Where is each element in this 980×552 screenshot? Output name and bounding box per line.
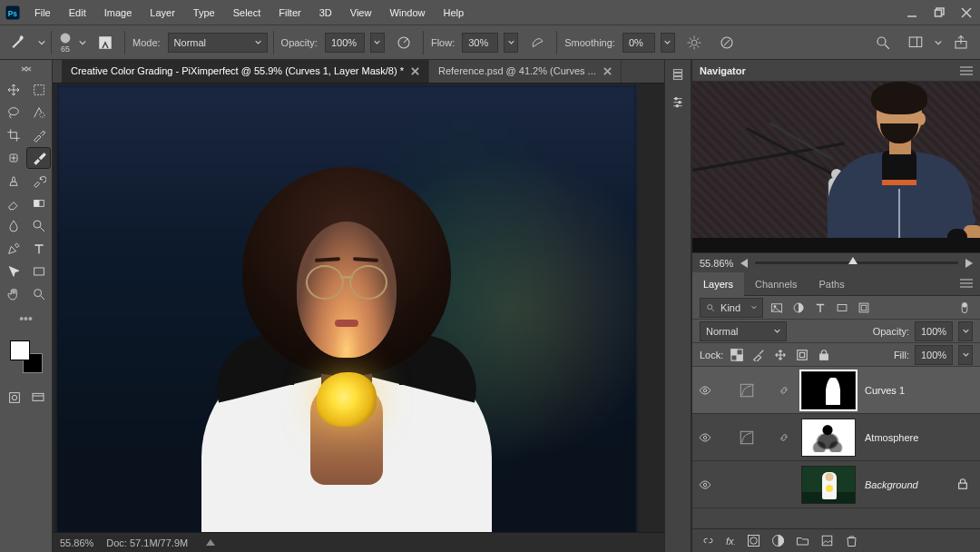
layer-row[interactable]: Background (692, 461, 980, 508)
link-layers-icon[interactable] (701, 534, 715, 547)
window-minimize-button[interactable] (898, 0, 926, 25)
airbrush-button[interactable] (524, 29, 551, 56)
blur-tool[interactable] (2, 216, 24, 236)
layer-fx-icon[interactable]: fx. (726, 536, 736, 547)
smoothing-options-button[interactable] (681, 29, 708, 56)
brush-settings-button[interactable] (92, 29, 119, 56)
opacity-dropdown[interactable] (370, 33, 385, 53)
menu-select[interactable]: Select (224, 0, 270, 25)
adjustment-icon[interactable] (727, 382, 767, 399)
lock-artboard-icon[interactable] (794, 347, 810, 363)
pressure-size-button[interactable] (713, 29, 740, 56)
filter-shape-icon[interactable] (834, 300, 850, 316)
layer-name[interactable]: Curves 1 (865, 385, 905, 396)
brush-tool[interactable] (27, 148, 50, 168)
link-icon[interactable] (776, 385, 792, 396)
layer-opacity-input[interactable]: 100% (915, 321, 953, 341)
smoothing-dropdown[interactable] (661, 33, 675, 53)
status-flyout-icon[interactable] (206, 539, 215, 546)
layer-row[interactable]: Atmosphere (692, 414, 980, 461)
lock-position-icon[interactable] (772, 347, 789, 363)
new-layer-icon[interactable] (820, 534, 834, 547)
link-icon[interactable] (776, 432, 792, 443)
color-swatches[interactable] (10, 340, 43, 373)
close-icon[interactable] (603, 67, 612, 75)
rectangle-tool[interactable] (27, 261, 50, 281)
layer-fill-dropdown[interactable] (958, 345, 973, 365)
smoothing-input[interactable]: 0% (622, 33, 655, 53)
pressure-opacity-button[interactable] (390, 29, 417, 56)
menu-file[interactable]: File (25, 0, 60, 25)
properties-panel-icon[interactable] (671, 94, 685, 109)
zoom-tool[interactable] (27, 284, 50, 304)
quick-mask-button[interactable] (5, 389, 24, 406)
path-selection-tool[interactable] (2, 261, 24, 281)
chevron-down-icon[interactable] (79, 39, 86, 46)
panel-menu-icon[interactable] (960, 279, 973, 288)
navigator-preview[interactable] (692, 82, 980, 252)
eyedropper-tool[interactable] (27, 125, 50, 145)
tab-layers[interactable]: Layers (692, 272, 744, 296)
menu-layer[interactable]: Layer (141, 0, 184, 25)
lock-all-icon[interactable] (816, 347, 832, 363)
lasso-tool[interactable] (2, 103, 24, 123)
layer-mask-thumbnail[interactable] (801, 419, 856, 457)
filter-type-icon[interactable] (812, 300, 828, 316)
filter-smartobject-icon[interactable] (856, 300, 872, 316)
menu-window[interactable]: Window (380, 0, 434, 25)
menu-help[interactable]: Help (435, 0, 474, 25)
document-tab-active[interactable]: Creative Color Grading - PiXimperfect @ … (62, 60, 429, 83)
menu-edit[interactable]: Edit (60, 0, 95, 25)
window-restore-button[interactable] (926, 0, 953, 25)
brush-preset-picker[interactable]: 65 (57, 32, 74, 54)
navigator-zoom-value[interactable]: 55.86% (700, 258, 733, 269)
visibility-toggle[interactable] (692, 384, 718, 397)
status-doc-size[interactable]: Doc: 57.1M/77.9M (106, 537, 188, 548)
document-tab-inactive[interactable]: Reference.psd @ 41.2% (Curves ... (429, 60, 622, 83)
quick-selection-tool[interactable] (27, 103, 50, 123)
type-tool[interactable] (27, 239, 50, 259)
adjustment-icon[interactable] (727, 429, 767, 446)
zoom-in-icon[interactable] (965, 259, 973, 268)
layer-fill-input[interactable]: 100% (915, 345, 953, 365)
tab-paths[interactable]: Paths (808, 272, 856, 296)
menu-type[interactable]: Type (184, 0, 224, 25)
flow-input[interactable]: 30% (462, 33, 498, 53)
layer-opacity-dropdown[interactable] (958, 321, 973, 341)
canvas-area[interactable] (53, 84, 664, 532)
layer-name[interactable]: Background (865, 479, 918, 490)
share-button[interactable] (947, 29, 975, 56)
clone-stamp-tool[interactable] (2, 171, 24, 191)
layer-thumbnail[interactable] (801, 466, 856, 504)
lock-pixels-icon[interactable] (750, 347, 767, 363)
filter-kind-dropdown[interactable]: Kind (700, 298, 763, 318)
layer-row[interactable]: Curves 1 (692, 367, 980, 414)
visibility-toggle[interactable] (692, 431, 718, 444)
status-zoom[interactable]: 55.86% (60, 537, 93, 548)
healing-brush-tool[interactable] (2, 148, 24, 168)
move-tool[interactable] (2, 80, 24, 100)
tool-preset-picker[interactable] (5, 29, 33, 56)
filter-pixel-icon[interactable] (769, 300, 785, 316)
history-panel-icon[interactable] (671, 67, 685, 82)
new-group-icon[interactable] (796, 534, 809, 547)
crop-tool[interactable] (2, 125, 24, 145)
eraser-tool[interactable] (2, 193, 24, 213)
delete-layer-icon[interactable] (845, 534, 858, 547)
edit-toolbar-button[interactable]: ••• (19, 311, 33, 326)
lock-icon[interactable] (956, 478, 971, 492)
panel-menu-icon[interactable] (960, 66, 973, 75)
lock-transparency-icon[interactable] (729, 347, 745, 363)
document-canvas[interactable] (57, 85, 636, 532)
menu-3d[interactable]: 3D (310, 0, 341, 25)
opacity-input[interactable]: 100% (325, 33, 365, 53)
visibility-toggle[interactable] (692, 478, 718, 491)
menu-image[interactable]: Image (95, 0, 142, 25)
pen-tool[interactable] (2, 239, 24, 259)
tab-channels[interactable]: Channels (744, 272, 808, 296)
layer-blend-dropdown[interactable]: Normal (700, 321, 787, 341)
history-brush-tool[interactable] (27, 171, 50, 191)
chevron-down-icon[interactable] (935, 39, 942, 46)
add-mask-icon[interactable] (747, 534, 760, 547)
layer-mask-thumbnail[interactable] (801, 371, 856, 409)
